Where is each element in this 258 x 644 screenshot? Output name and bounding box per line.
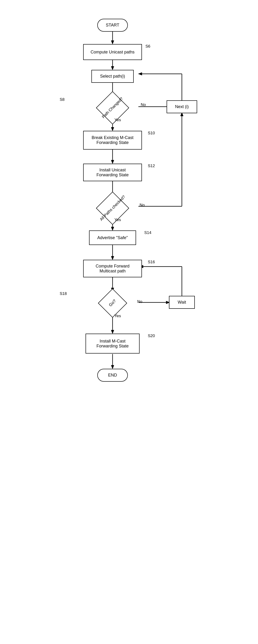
all-paths-label: All Paths checked?	[99, 194, 126, 222]
advertise-safe-node: Advertise "Safe"	[89, 230, 136, 245]
no-go-label: No	[137, 300, 142, 304]
path-changed-label: Path Changed?	[101, 96, 124, 119]
advertise-safe-label: Advertise "Safe"	[97, 236, 128, 240]
go-label: Go?	[108, 298, 117, 308]
end-label: END	[108, 373, 117, 378]
install-unicast-label: Install Unicast Forwarding State	[96, 168, 128, 178]
no-all-paths-label: No	[140, 203, 145, 208]
svg-marker-32	[111, 330, 114, 334]
install-unicast-node: Install Unicast Forwarding State	[83, 164, 142, 181]
yes-go-label: Yes	[114, 314, 121, 318]
compute-forward-node: Compute Forward Multicast path	[83, 260, 142, 277]
compute-forward-label: Compute Forward Multicast path	[96, 264, 130, 274]
next-i-label: Next (i)	[175, 104, 189, 109]
next-i-node: Next (i)	[167, 100, 197, 113]
no-path-label: No	[141, 102, 146, 107]
wait-node: Wait	[169, 296, 195, 309]
break-existing-node: Break Existing M-Cast Forwarding State	[83, 131, 142, 150]
compute-unicast-node: Compute Unicast paths	[83, 44, 142, 60]
install-mcast-node: Install M-Cast Forwarding State	[85, 334, 140, 354]
svg-marker-23	[111, 256, 114, 260]
start-node: START	[97, 19, 128, 32]
s12-label: S12	[148, 164, 155, 168]
svg-marker-14	[111, 160, 114, 164]
path-changed-node: Path Changed?	[87, 95, 139, 121]
select-path-label: Select path(i)	[100, 74, 125, 79]
wait-label: Wait	[178, 300, 186, 305]
svg-marker-34	[111, 365, 114, 369]
yes-all-paths-label: Yes	[114, 218, 121, 222]
svg-marker-3	[111, 66, 114, 70]
start-label: START	[106, 23, 119, 28]
s14-label: S14	[144, 230, 151, 235]
yes-path-label: Yes	[114, 118, 121, 122]
end-node: END	[97, 369, 128, 382]
svg-marker-10	[139, 72, 142, 75]
s20-label: S20	[148, 334, 155, 338]
install-mcast-label: Install M-Cast Forwarding State	[96, 339, 128, 348]
go-node: Go?	[91, 292, 134, 315]
s16-label: S16	[148, 260, 155, 264]
s8-label: S8	[60, 97, 65, 102]
svg-marker-21	[111, 227, 114, 230]
svg-marker-1	[111, 40, 114, 44]
s6-label: S6	[146, 44, 150, 49]
select-path-node: Select path(i)	[91, 70, 134, 83]
s18-label: S18	[60, 292, 67, 296]
all-paths-node: All Paths checked?	[87, 195, 139, 221]
compute-unicast-label: Compute Unicast paths	[90, 50, 135, 54]
break-existing-label: Break Existing M-Cast Forwarding State	[92, 135, 134, 145]
s10-label: S10	[148, 131, 155, 136]
svg-marker-12	[111, 127, 114, 131]
